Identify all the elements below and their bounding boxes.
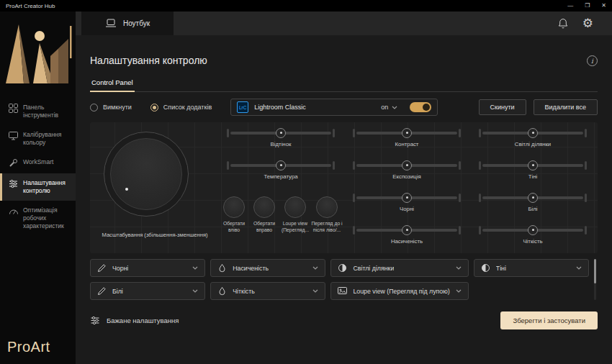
assign-dropdown-label: Тіні [496,265,506,272]
slider-track[interactable] [353,193,461,203]
slider-track[interactable] [353,128,461,138]
loupe-view-button[interactable]: Loupe view (Перегляд... [279,196,312,234]
app-state-select[interactable]: on [381,104,397,111]
slider-track[interactable] [479,128,587,138]
slider-saturation[interactable]: Насиченість [353,225,461,245]
preferred-settings[interactable]: Бажане налаштування [90,316,179,325]
slider-knob[interactable] [276,128,286,138]
reset-button[interactable]: Скинути [479,99,526,115]
sidebar-item-dashboard[interactable]: Панель інструментів [0,98,76,125]
sidebar-item-label: Калібрування кольору [23,131,73,147]
proart-logo-art [0,12,76,89]
page-head: Налаштування контролю i [90,55,598,66]
chevron-down-icon [312,289,318,293]
titlebar: ProArt Creator Hub — ❒ ✕ [0,0,612,12]
bell-icon[interactable] [558,18,568,29]
radio-app-list-label: Список додатків [163,104,212,111]
scrollbar-thumb[interactable] [594,259,596,283]
assign-dropdown-label: Білі [112,288,123,295]
slider-track[interactable] [353,160,461,170]
slider-track[interactable] [479,160,587,170]
assign-dropdown-shadows[interactable]: Тіні [474,259,589,277]
maximize-button[interactable]: ❒ [585,3,590,9]
slider-knob[interactable] [402,128,412,138]
slider-label: Світлі ділянки [479,141,587,147]
delete-all-button[interactable]: Видалити все [534,99,598,115]
slider-knob[interactable] [528,225,538,235]
rotate-left-icon[interactable] [223,196,245,218]
app-selector[interactable]: LrC Lightroom Classic on [230,99,438,116]
radio-app-list-circle-icon[interactable] [150,104,158,112]
sidebar-item-performance[interactable]: Оптимізація робочих характеристик [0,201,76,236]
droplet-icon [217,263,227,273]
loupe-view-icon[interactable] [284,196,306,218]
slider-exposure[interactable]: Експозиція [353,160,461,180]
preferred-settings-label: Бажане налаштування [107,317,179,324]
assign-dropdown-label: Світлі ділянки [353,265,394,272]
app-enabled-toggle[interactable] [410,102,431,112]
save-apply-button[interactable]: Зберегти і застосувати [500,311,598,329]
before-after-button[interactable]: Перегляд до і після ліво/... [310,196,343,234]
zoom-dial-label: Масштабування (збільшення-зменшення) [90,232,220,238]
proart-wordmark: ProArt [7,339,50,355]
dial-indicator-dot [125,188,128,191]
slider-track[interactable] [227,160,335,170]
assignment-scrollbar[interactable] [594,259,596,300]
rotate-right-button[interactable]: Обертати вправо [248,196,281,234]
radio-app-list[interactable]: Список додатків [150,104,212,112]
slider-track[interactable] [353,225,461,235]
assignment-grid: Чорні Насиченість Світлі ділянки [90,259,589,300]
minimize-button[interactable]: — [567,3,573,9]
sidebar-item-worksmart[interactable]: WorkSmart [0,153,76,173]
slider-knob[interactable] [402,225,412,235]
radio-disable-circle-icon[interactable] [90,104,98,112]
slider-track[interactable] [227,128,335,138]
sidebar-item-control-settings[interactable]: Налаштування контролю [0,173,76,201]
performance-gauge-icon [9,206,18,216]
zoom-dial-inner [110,138,182,210]
zoom-dial[interactable] [104,132,189,217]
sidebar-item-color-calibration[interactable]: Калібрування кольору [0,125,76,153]
assign-dropdown-saturation[interactable]: Насиченість [210,259,325,277]
slider-track[interactable] [479,225,587,235]
slider-whites[interactable]: Білі [479,193,587,212]
page-title: Налаштування контролю [90,55,207,66]
assign-dropdown-highlights[interactable]: Світлі ділянки [330,259,468,277]
wrench-icon [9,158,18,168]
close-button[interactable]: ✕ [601,3,606,9]
assign-dropdown-loupe-view[interactable]: Loupe view (Перегляд під лупою) [330,282,468,300]
laptop-icon [105,19,117,28]
slider-temperature[interactable]: Температура [227,160,335,180]
app-controls-row: Вимкнути Список додатків LrC Lightroom C… [90,99,598,116]
rotate-right-icon[interactable] [253,196,275,218]
slider-knob[interactable] [528,160,538,170]
image-icon [338,286,347,296]
assign-dropdown-label: Чорні [112,265,128,272]
assign-dropdown-blacks[interactable]: Чорні [90,259,205,277]
slider-label: Температура [227,173,335,180]
slider-shadows[interactable]: Тіні [479,160,587,180]
slider-knob[interactable] [402,160,412,170]
slider-label: Білі [479,206,587,212]
tab-control-panel[interactable]: Control Panel [90,78,135,92]
footer-row: Бажане налаштування Зберегти і застосува… [90,311,598,329]
assign-dropdown-clarity[interactable]: Чіткість [210,282,325,300]
slider-knob[interactable] [528,193,538,203]
rotate-left-button[interactable]: Обертати вліво [217,196,251,234]
slider-clarity[interactable]: Чіткість [479,225,587,245]
info-icon[interactable]: i [587,55,598,66]
radio-disable[interactable]: Вимкнути [90,104,132,112]
slider-blacks[interactable]: Чорні [353,193,461,212]
slider-hue[interactable]: Відтінок [227,128,335,147]
tab-laptop[interactable]: Ноутбук [81,12,174,35]
slider-knob[interactable] [402,193,412,203]
assign-dropdown-whites[interactable]: Білі [90,282,205,300]
slider-knob[interactable] [528,128,538,138]
slider-highlights[interactable]: Світлі ділянки [479,128,587,147]
chevron-down-icon [192,266,198,270]
slider-contrast[interactable]: Контраст [353,128,461,147]
gear-icon[interactable]: ⚙ [582,17,593,29]
before-after-icon[interactable] [316,196,338,218]
slider-knob[interactable] [276,160,286,170]
slider-track[interactable] [479,193,587,203]
